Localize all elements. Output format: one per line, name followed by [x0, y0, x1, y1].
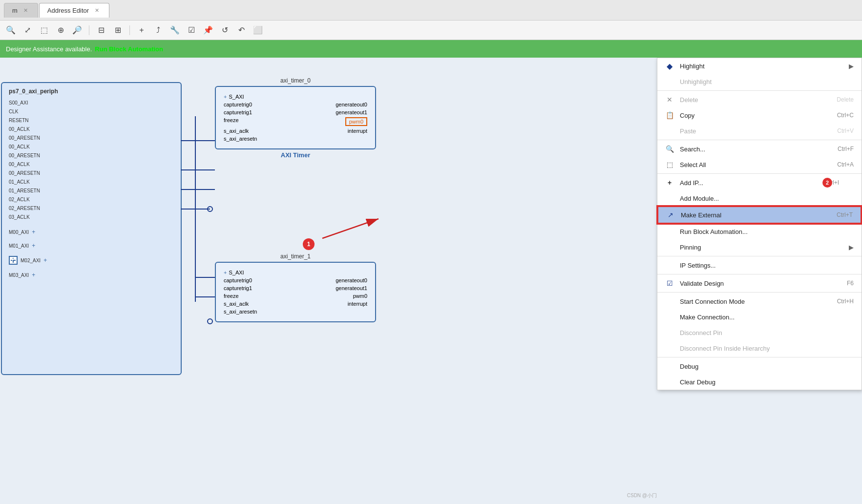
menu-add-module[interactable]: Add Module... — [657, 190, 862, 206]
t1-aclk-left: s_axi_aclk — [224, 301, 249, 307]
port-03-aclk: 03_ACLK — [9, 213, 174, 222]
cross-btn[interactable]: ⊕ — [54, 23, 67, 37]
select-btn[interactable]: ⬚ — [37, 23, 51, 37]
add-ip-badge: 2 — [822, 178, 832, 188]
t1-cap0-left: capturetrig0 — [224, 277, 252, 283]
menu-debug[interactable]: Debug — [657, 358, 862, 374]
assistance-bar: Designer Assistance available. Run Block… — [0, 40, 862, 58]
clear-debug-icon — [665, 378, 674, 386]
axi-timer-1-label: axi_timer_1 — [215, 253, 376, 260]
menu-start-connection[interactable]: Start Connection Mode Ctrl+H — [657, 294, 862, 309]
sep-3 — [657, 173, 862, 174]
m02-axi-row: M02_AXI + — [9, 256, 174, 265]
port-02-aclk: 02_ACLK — [9, 195, 174, 204]
add-ip-icon: + — [665, 178, 674, 187]
tab-address-editor-close[interactable]: ✕ — [93, 6, 101, 15]
menu-run-block-auto[interactable]: Run Block Automation... — [657, 224, 862, 239]
port-row-aclk: s_axi_aclk interrupt — [224, 128, 367, 134]
search-toolbar-btn[interactable]: 🔍 — [4, 23, 18, 37]
m01-label: M01_AXI — [9, 243, 29, 249]
menu-ip-settings[interactable]: IP Settings... — [657, 257, 862, 273]
menu-highlight[interactable]: ◆ Highlight ▶ — [657, 58, 862, 74]
menu-add-module-label: Add Module... — [680, 195, 719, 202]
menu-copy[interactable]: 📋 Copy Ctrl+C — [657, 107, 862, 123]
zoom-btn[interactable]: 🔎 — [70, 23, 84, 37]
menu-validate[interactable]: ☑ Validate Design F6 — [657, 275, 862, 291]
pin-btn[interactable]: 📌 — [201, 23, 215, 37]
start-connection-shortcut: Ctrl+H — [837, 298, 854, 305]
axi-timer-0-label: axi_timer_0 — [215, 77, 376, 84]
cross-icon-1 — [9, 256, 18, 265]
sep-1 — [657, 90, 862, 91]
menu-copy-label: Copy — [680, 112, 694, 119]
m00-plus-icon: + — [32, 229, 35, 235]
undo-btn[interactable]: ↶ — [234, 23, 248, 37]
menu-clear-debug[interactable]: Clear Debug — [657, 374, 862, 390]
menu-make-connection-label: Make Connection... — [680, 314, 735, 321]
sep-5 — [657, 274, 862, 274]
collapse-btn[interactable]: ⊟ — [94, 23, 108, 37]
t1-s-axi-left: +S_AXI — [224, 270, 244, 275]
m03-label: M03_AXI — [9, 273, 29, 278]
t1-port-aresetn: s_axi_aresetn — [224, 309, 367, 315]
t1-port-freeze: freeze pwm0 — [224, 293, 367, 299]
menu-paste-label: Paste — [680, 127, 696, 135]
port-resetn: RESETN — [9, 116, 174, 125]
add-module-icon — [665, 194, 674, 203]
fit-btn[interactable]: ⤢ — [21, 23, 34, 37]
tab-m[interactable]: m ✕ — [4, 3, 38, 18]
m02-plus-icon: + — [43, 257, 47, 264]
port-interrupt-right: interrupt — [348, 128, 367, 134]
menu-add-ip-label: Add IP... — [680, 179, 703, 187]
t1-genout0-right: generateout0 — [336, 277, 367, 283]
run-block-automation-link[interactable]: Run Block Automation — [95, 45, 163, 53]
port-02-aresetn: 02_ARESETN — [9, 204, 174, 213]
expand-btn[interactable]: ⊞ — [111, 23, 125, 37]
svg-point-8 — [208, 319, 212, 324]
port-cap0-left: capturetrig0 — [224, 102, 252, 107]
port-row-s-axi: +S_AXI — [224, 94, 367, 100]
axi-timer-0-block[interactable]: +S_AXI capturetrig0 generateout0 capture… — [215, 86, 376, 149]
delete-shortcut: Delete — [837, 96, 854, 103]
move-btn[interactable]: ⤴ — [151, 23, 165, 37]
menu-make-external[interactable]: ↗ Make External Ctrl+T — [657, 206, 862, 224]
tab-address-editor-label: Address Editor — [47, 7, 89, 14]
menu-disconnect-pin-label: Disconnect Pin — [680, 329, 722, 336]
menu-add-ip[interactable]: + Add IP... 2 Ctrl+I — [657, 175, 862, 190]
boundary-btn[interactable]: ⬜ — [251, 23, 265, 37]
port-row-freeze: freeze pwm0 — [224, 117, 367, 126]
m-ports: M00_AXI + M01_AXI + M02_AXI + — [9, 229, 174, 278]
disconnect-pin-hier-icon — [665, 344, 674, 353]
port-pwm0-right: pwm0 — [345, 117, 367, 126]
refresh-btn[interactable]: ↺ — [218, 23, 231, 37]
port-cap1-left: capturetrig1 — [224, 109, 252, 115]
tab-m-close[interactable]: ✕ — [21, 6, 30, 15]
menu-highlight-label: Highlight — [680, 63, 705, 70]
menu-unhighlight: Unhighlight — [657, 74, 862, 89]
check-btn[interactable]: ☑ — [185, 23, 198, 37]
menu-select-all[interactable]: ⬚ Select All Ctrl+A — [657, 157, 862, 172]
port-row-cap1: capturetrig1 generateout1 — [224, 109, 367, 115]
port-00-aresetn: 00_ARESETN — [9, 134, 174, 143]
axi-timer-1-block[interactable]: +S_AXI capturetrig0 generateout0 capture… — [215, 262, 376, 322]
menu-clear-debug-label: Clear Debug — [680, 378, 715, 386]
menu-make-connection[interactable]: Make Connection... — [657, 309, 862, 325]
ps7-block-title: ps7_0_axi_periph — [9, 88, 174, 95]
add-btn[interactable]: + — [135, 23, 148, 37]
sep-2 — [657, 140, 862, 140]
toolbar: 🔍 ⤢ ⬚ ⊕ 🔎 ⊟ ⊞ + ⤴ 🔧 ☑ 📌 ↺ ↶ ⬜ — [0, 21, 862, 40]
pinning-icon — [665, 243, 674, 252]
t1-aresetn-left: s_axi_aresetn — [224, 309, 257, 315]
t1-pwm0-right: pwm0 — [353, 293, 367, 299]
menu-search[interactable]: 🔍 Search... Ctrl+F — [657, 141, 862, 157]
port-01-aclk: 01_ACLK — [9, 178, 174, 187]
tab-address-editor[interactable]: Address Editor ✕ — [39, 3, 109, 18]
disconnect-pin-icon — [665, 328, 674, 337]
menu-pinning[interactable]: Pinning ▶ — [657, 239, 862, 255]
t1-port-s-axi: +S_AXI — [224, 270, 367, 275]
highlight-submenu-arrow: ▶ — [849, 63, 854, 70]
menu-disconnect-pin: Disconnect Pin — [657, 325, 862, 340]
svg-line-10 — [322, 219, 378, 238]
settings-btn[interactable]: 🔧 — [168, 23, 182, 37]
port-clk: CLK — [9, 107, 174, 116]
